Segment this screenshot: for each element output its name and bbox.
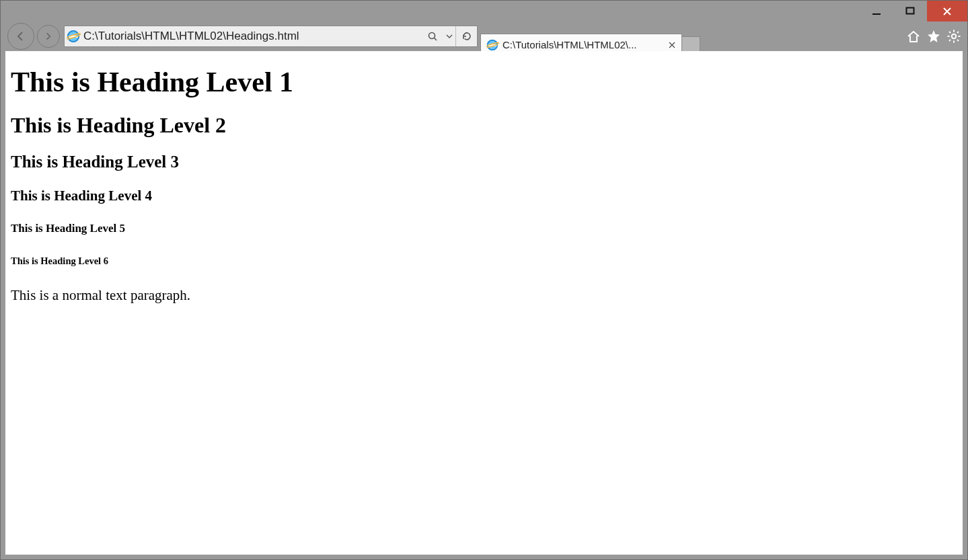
heading-1: This is Heading Level 1	[11, 66, 957, 98]
address-search-dropdown[interactable]	[443, 26, 455, 46]
browser-navbar: C:\Tutorials\HTML\HTML02\...	[1, 22, 967, 51]
search-icon	[427, 31, 438, 42]
tools-button[interactable]	[946, 28, 962, 44]
page-viewport: This is Heading Level 1 This is Heading …	[5, 51, 963, 555]
refresh-button[interactable]	[455, 26, 477, 46]
svg-line-3	[435, 38, 437, 41]
minimize-icon	[872, 7, 881, 16]
ie-icon	[67, 30, 79, 42]
svg-point-4	[952, 34, 956, 38]
address-favicon	[65, 26, 82, 46]
heading-5: This is Heading Level 5	[11, 222, 957, 235]
nav-forward-button[interactable]	[37, 25, 60, 48]
close-icon	[942, 7, 952, 16]
address-search-button[interactable]	[422, 26, 443, 46]
chevron-down-icon	[446, 33, 453, 40]
svg-line-10	[957, 40, 959, 41]
address-input[interactable]	[82, 30, 422, 43]
home-button[interactable]	[905, 28, 922, 44]
svg-line-11	[957, 32, 959, 33]
heading-4: This is Heading Level 4	[11, 188, 957, 204]
window-close-button[interactable]	[927, 1, 967, 22]
favorites-button[interactable]	[926, 28, 942, 44]
maximize-icon	[905, 7, 915, 16]
tab-close-button[interactable]	[667, 40, 677, 50]
address-bar	[64, 26, 478, 47]
home-icon	[906, 29, 921, 44]
window-maximize-button[interactable]	[893, 1, 927, 22]
refresh-icon	[461, 31, 472, 42]
gear-icon	[946, 29, 961, 44]
svg-rect-1	[907, 7, 914, 13]
paragraph: This is a normal text paragraph.	[11, 287, 957, 304]
svg-line-12	[949, 40, 951, 41]
heading-2: This is Heading Level 2	[11, 113, 957, 138]
svg-point-2	[429, 33, 435, 39]
window-titlebar	[1, 1, 967, 22]
toolbar-right	[905, 28, 962, 44]
ie-icon	[487, 39, 498, 50]
svg-rect-0	[872, 13, 881, 15]
heading-6: This is Heading Level 6	[11, 255, 957, 267]
close-icon	[669, 42, 675, 48]
window-minimize-button[interactable]	[860, 1, 893, 22]
arrow-left-icon	[15, 30, 27, 42]
svg-line-9	[949, 32, 951, 33]
nav-back-button[interactable]	[7, 23, 34, 50]
star-icon	[926, 29, 941, 44]
arrow-right-icon	[44, 32, 53, 41]
page-content: This is Heading Level 1 This is Heading …	[5, 51, 963, 319]
tab-strip: C:\Tutorials\HTML\HTML02\...	[480, 22, 700, 51]
heading-3: This is Heading Level 3	[11, 153, 957, 171]
tab-title: C:\Tutorials\HTML\HTML02\...	[502, 39, 663, 50]
